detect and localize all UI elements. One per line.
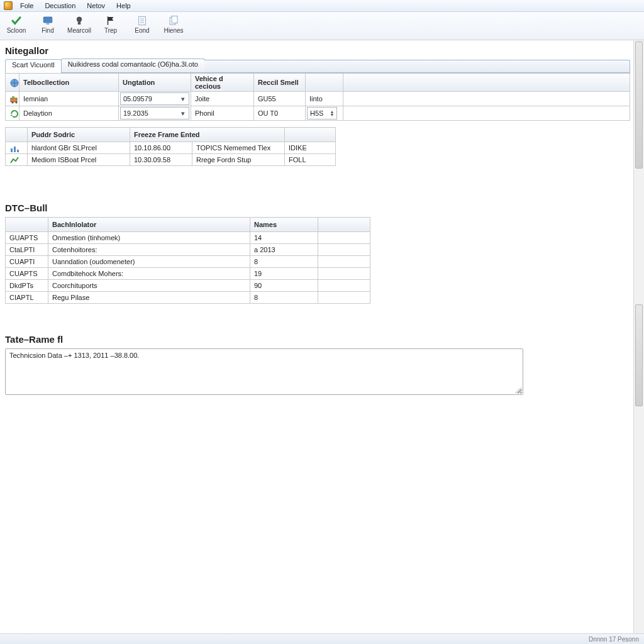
freeze-cell: 10.30.09.58	[130, 154, 192, 166]
menu-item-fole[interactable]: Fole	[15, 1, 38, 10]
svg-rect-3	[78, 22, 81, 25]
vehicle-table: Telbocllection Ungtation Vehice d ceciou…	[5, 73, 630, 121]
chart-line-icon	[9, 155, 19, 164]
globe-icon	[9, 78, 19, 87]
doc-stack-icon	[167, 15, 180, 26]
freeze-row: Mediom ISBoat Prcel 10.30.09.58 Rrege Fo…	[6, 154, 336, 166]
chevron-down-icon: ▾	[179, 94, 187, 103]
svg-rect-16	[14, 147, 16, 152]
scroll-thumb[interactable]	[635, 304, 643, 406]
dtc-row: CUAPTSComdbitehock Mohers:19	[6, 268, 370, 280]
col-filler	[343, 74, 630, 92]
freeze-cell: TOPICS Nememed Tlex	[192, 142, 285, 154]
svg-rect-9	[172, 16, 177, 23]
dtc-row: GUAPTSOnmestion (tinhomek)14	[6, 232, 370, 244]
svg-rect-17	[17, 150, 19, 152]
toolbar: Scloon Find Mearcoil Trep Eond Hienes	[0, 12, 644, 40]
svg-rect-14	[12, 96, 14, 98]
combo-value: 05.09579	[123, 95, 152, 103]
svg-point-12	[12, 102, 14, 104]
col-blank	[285, 128, 336, 142]
dtc-row: DkdPTsCoorchituports90	[6, 280, 370, 292]
vehicle-cell: GU55	[254, 92, 306, 106]
mearcol-button[interactable]: Mearcoil	[65, 13, 93, 41]
freeze-cell: 10.10.86.00	[130, 142, 192, 154]
freeze-cell: IDIKE	[285, 142, 336, 154]
toolbar-label: Mearcoil	[67, 27, 91, 34]
freeze-cell: Rrege Fordn Stup	[192, 154, 285, 166]
chart-bar-icon	[9, 143, 19, 152]
dtc-title-text: DTC–Bull	[5, 203, 48, 213]
chevron-down-icon: ▾	[179, 109, 187, 118]
cart-icon	[9, 94, 19, 103]
vehicle-label: Delaytion	[19, 106, 119, 121]
vehicle-label: Iemnian	[19, 92, 119, 106]
col-recc[interactable]: Reccil Smell	[254, 74, 306, 92]
eond-button[interactable]: Eond	[128, 13, 156, 41]
dtc-row: CIAPTLRegu Pilase8	[6, 292, 370, 304]
col-freeze[interactable]: Freeze Frame Ented	[130, 128, 285, 142]
col-puddr[interactable]: Puddr Sodric	[28, 128, 130, 142]
spin-value: H5S	[310, 109, 323, 117]
toolbar-label: Hienes	[164, 27, 183, 34]
toolbar-label: Find	[42, 27, 53, 34]
refresh-icon	[9, 109, 19, 118]
app-icon	[4, 1, 13, 10]
vehicle-cell: OU T0	[254, 106, 306, 121]
doc-lines-icon	[136, 15, 148, 26]
dtc-row: CtaLPTICotenhoitores:a 2013	[6, 244, 370, 256]
technician-textarea[interactable]: Technicsion Data –+ 1313, 2011 –38.8.00.	[5, 348, 523, 395]
status-bar: Dnnnn 17 Pesonn	[0, 633, 644, 644]
monitor-icon	[42, 15, 54, 26]
svg-rect-0	[43, 17, 52, 23]
svg-point-2	[77, 17, 82, 22]
menu-bar: Fole Decustion Netov Help	[0, 0, 644, 12]
toolbar-label: Eond	[135, 27, 149, 34]
tab-second[interactable]: Nuikidress codal comantaolc (O6)ha.3l.ot…	[61, 58, 205, 72]
freeze-table: Puddr Sodric Freeze Frame Ented hlardont…	[5, 127, 336, 166]
page-title: Nitegallor	[5, 45, 630, 56]
freeze-cell: FOLL	[285, 154, 336, 166]
col-vehice[interactable]: Vehice d cecious	[191, 74, 254, 92]
trep-button[interactable]: Trep	[97, 13, 125, 41]
svg-point-13	[16, 102, 18, 104]
page-title-text: Nitegallor	[5, 45, 48, 56]
combo-iemnian[interactable]: 05.09579 ▾	[120, 92, 189, 105]
svg-rect-1	[47, 23, 50, 25]
tab-strip-filler	[204, 60, 630, 72]
dtc-col-empty	[318, 218, 370, 232]
dtc-col-val[interactable]: Names	[250, 218, 318, 232]
col-urg[interactable]: Ungtation	[119, 74, 191, 92]
dtc-col-code	[6, 218, 48, 232]
technician-text: Technicsion Data –+ 1313, 2011 –38.8.00.	[9, 352, 139, 359]
col-blank	[306, 74, 343, 92]
flag-icon	[104, 15, 117, 26]
find-button[interactable]: Find	[34, 13, 62, 41]
status-text: Dnnnn 17 Pesonn	[589, 636, 639, 643]
scroll-thumb[interactable]	[635, 42, 643, 169]
vehicle-cell: Iinto	[306, 92, 343, 106]
vertical-scrollbar[interactable]	[633, 40, 644, 635]
toolbar-label: Scloon	[7, 27, 26, 34]
dtc-title: DTC–Bull	[5, 203, 630, 213]
menu-item-help[interactable]: Help	[111, 1, 136, 10]
vehicle-row: Delaytion 19.2035 ▾ Phonil OU T0 H5S ▲▼	[6, 106, 630, 121]
spin-h5s[interactable]: H5S ▲▼	[307, 107, 337, 119]
hienes-button[interactable]: Hienes	[160, 13, 187, 41]
chip-icon	[73, 15, 86, 26]
dtc-col-desc[interactable]: BachInlolator	[48, 218, 250, 232]
svg-rect-15	[11, 148, 13, 152]
tab-scart[interactable]: Scart Vicuontl	[5, 59, 62, 73]
menu-item-netov[interactable]: Netov	[82, 1, 110, 10]
combo-delaytion[interactable]: 19.2035 ▾	[120, 107, 189, 119]
col-telboc[interactable]: Telbocllection	[19, 74, 119, 92]
freeze-cell: Mediom ISBoat Prcel	[28, 154, 130, 166]
freeze-row: hlardont GBr SLPrcel 10.10.86.00 TOPICS …	[6, 142, 336, 154]
vehicle-row: Iemnian 05.09579 ▾ Joite GU55 Iinto	[6, 92, 630, 106]
scloon-button[interactable]: Scloon	[3, 13, 30, 41]
freeze-cell: hlardont GBr SLPrcel	[28, 142, 130, 154]
vehicle-cell: Joite	[191, 92, 254, 106]
spin-arrows-icon: ▲▼	[329, 110, 335, 116]
corner-cell	[6, 74, 19, 92]
menu-item-decustion[interactable]: Decustion	[40, 1, 80, 10]
